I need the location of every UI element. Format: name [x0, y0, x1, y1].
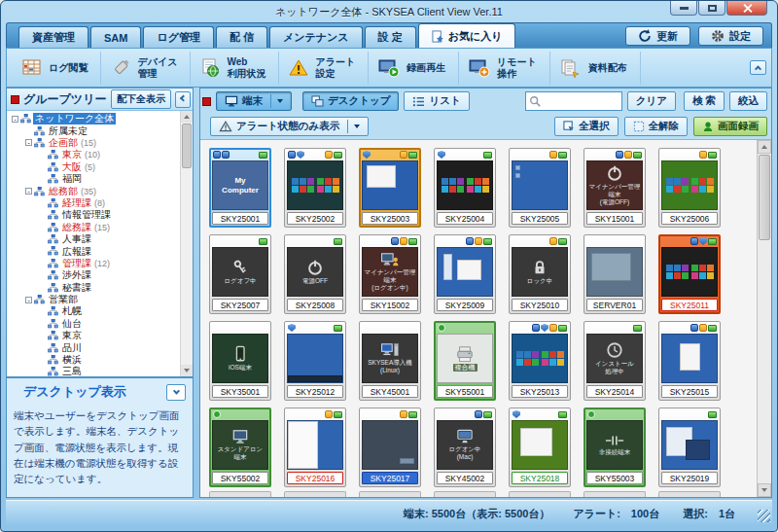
tree-item-pr[interactable]: 広報課: [9, 245, 179, 257]
device-tile-SKY25017[interactable]: SKY25017: [359, 408, 421, 487]
device-tile-SKY25013[interactable]: SKY25013: [509, 321, 571, 401]
device-tile-SKY55002[interactable]: スタンドアロン 端末SKY55002: [209, 408, 271, 487]
sidebar-collapse-button[interactable]: [175, 91, 191, 108]
scroll-thumb[interactable]: [182, 124, 192, 168]
show-all-descendants-button[interactable]: 配下全表示: [111, 89, 171, 109]
device-tile-SKY25010[interactable]: ロック中SKY25010: [509, 234, 571, 314]
toolbar-device-mgmt-button[interactable]: デバイス管理: [101, 52, 191, 85]
device-tile-SKY25004[interactable]: SKY25004: [434, 148, 496, 228]
screen-record-button[interactable]: 画面録画: [693, 117, 767, 136]
toolbar-log-view-button[interactable]: ログ閲覧: [13, 52, 101, 85]
group-icon: [48, 270, 58, 280]
search-button[interactable]: 検 索: [684, 91, 725, 111]
narrow-down-button[interactable]: 絞込: [729, 91, 767, 111]
device-tile-SKY25018[interactable]: SKY25018: [509, 408, 571, 487]
close-button[interactable]: [726, 1, 767, 16]
device-tile-SKY25015[interactable]: SKY25015: [658, 321, 721, 401]
tab-maintenance[interactable]: メンテナンス: [269, 26, 363, 48]
tree-item-network-all[interactable]: -ネットワーク全体: [9, 113, 179, 124]
tree-item-sales[interactable]: -営業部: [9, 294, 179, 305]
tree-item-planning[interactable]: -企画部(15): [9, 137, 179, 149]
tree-item-liaison[interactable]: 渉外課: [9, 269, 179, 281]
scroll-down-icon[interactable]: [758, 483, 771, 497]
clear-button[interactable]: クリア: [627, 91, 676, 111]
tree-item-somu[interactable]: 総務課(15): [9, 222, 179, 233]
list-view-button[interactable]: リスト: [404, 91, 469, 111]
device-tile-SKY25003[interactable]: SKY25003: [359, 148, 421, 228]
tree-item-kanri[interactable]: 管理課(12): [9, 258, 179, 269]
settings-button[interactable]: 設定: [698, 26, 763, 46]
tab-favorites[interactable]: お気に入り: [418, 23, 516, 48]
device-tile-SKY25016[interactable]: SKY25016: [284, 408, 346, 487]
scroll-up-icon[interactable]: [758, 140, 771, 154]
device-tile-SKY15002[interactable]: マイナンバー管理端末 (ログオン中)SKY15002: [359, 234, 421, 314]
expander-icon[interactable]: -: [12, 116, 18, 123]
terminal-dropdown-button[interactable]: 端末: [216, 91, 292, 111]
tree-item-sendai[interactable]: 仙台: [9, 318, 179, 330]
tab-log[interactable]: ログ管理: [143, 26, 214, 48]
scroll-thumb[interactable]: [759, 155, 770, 240]
tree-item-accounting[interactable]: 経理課(8): [9, 197, 179, 209]
device-tile-SKY55003[interactable]: 非接続端末SKY55003: [584, 408, 646, 487]
device-tile-SKY35001[interactable]: iOS端末SKY35001: [209, 321, 271, 401]
device-tile-SKY15001[interactable]: マイナンバー管理端末 (電源OFF)SKY15001: [584, 148, 646, 228]
toolbar-distribute-docs-button[interactable]: 資料配布: [550, 52, 641, 85]
tree-item-hr[interactable]: 人事課: [9, 233, 179, 245]
device-tile-SKY45002[interactable]: ログオン中 (Mac)SKY45002: [434, 408, 496, 487]
select-all-button[interactable]: 全選択: [554, 117, 619, 136]
device-tile-SERVER01[interactable]: SERVER01: [584, 234, 646, 314]
tab-assets[interactable]: 資産管理: [18, 26, 88, 48]
desktop-view-button[interactable]: デスクトップ: [302, 91, 399, 111]
device-tile-SKY25005[interactable]: SKY25005: [509, 148, 571, 228]
tree-item-yokohama[interactable]: 横浜: [9, 354, 179, 366]
tree-item-tokyo2[interactable]: 東京: [9, 330, 179, 341]
device-tile-SKY25007[interactable]: ログオフ中SKY25007: [209, 234, 271, 314]
tree-item-tokyo1[interactable]: 東京(10): [9, 149, 179, 160]
tree-item-info-mgmt[interactable]: 情報管理課: [9, 209, 179, 221]
tab-distribution[interactable]: 配 信: [216, 26, 267, 48]
grid-scrollbar[interactable]: [757, 140, 771, 497]
refresh-button[interactable]: 更新: [625, 26, 690, 46]
device-tile-SKY25014[interactable]: インストール 処理中SKY25014: [584, 321, 646, 401]
device-tile-SKY25011[interactable]: SKY25011: [658, 234, 721, 314]
tree-item-shinagawa[interactable]: 品川: [9, 341, 179, 353]
expander-icon[interactable]: -: [25, 297, 32, 303]
tree-item-fukuoka[interactable]: 福岡: [9, 173, 179, 185]
maximize-button[interactable]: [698, 1, 725, 16]
toolbar-collapse-button[interactable]: [750, 60, 766, 75]
device-tile-SKY25006[interactable]: SKY25006: [658, 148, 721, 228]
expander-icon[interactable]: -: [25, 188, 32, 195]
scroll-up-icon[interactable]: [181, 111, 193, 123]
device-tile-SKY25002[interactable]: SKY25002: [284, 148, 346, 228]
tree-item-sapporo[interactable]: 札幌: [9, 305, 179, 317]
device-tile-SKY25008[interactable]: 電源OFFSKY25008: [284, 234, 346, 314]
resize-grip[interactable]: [758, 510, 770, 522]
tree-scrollbar[interactable]: [180, 111, 193, 376]
tree-item-unassigned[interactable]: 所属未定: [9, 124, 179, 136]
toolbar-remote-control-button[interactable]: リモート操作: [459, 52, 550, 85]
toolbar-alert-settings-button[interactable]: アラート設定: [279, 52, 369, 85]
tab-settings[interactable]: 設 定: [365, 26, 416, 48]
expander-icon[interactable]: -: [25, 139, 32, 146]
minimize-button[interactable]: [670, 1, 697, 16]
scroll-down-icon[interactable]: [181, 365, 193, 376]
desc-panel-toggle-button[interactable]: [166, 384, 186, 401]
group-icon: [48, 259, 58, 268]
device-thumbnail: 複合機: [437, 334, 493, 383]
tree-item-osaka[interactable]: 大阪(5): [9, 161, 179, 173]
device-tile-SKY25012[interactable]: SKY25012: [284, 321, 346, 401]
tree-item-mishima[interactable]: 三島: [9, 366, 179, 376]
toolbar-record-play-button[interactable]: 録画再生: [369, 52, 459, 85]
tree-item-general-affairs[interactable]: -総務部(35): [9, 185, 179, 196]
device-tile-SKY25019[interactable]: SKY25019: [658, 408, 721, 487]
toolbar-web-usage-button[interactable]: Web利用状況: [191, 52, 279, 85]
search-input[interactable]: [544, 95, 619, 108]
device-tile-SKY45001[interactable]: SKYSEA導入機 (Linux)SKY45001: [359, 321, 421, 401]
device-tile-SKY25001[interactable]: My ComputerSKY25001: [209, 148, 271, 228]
tree-item-secretary[interactable]: 秘書課: [9, 281, 179, 293]
device-tile-SKY55001[interactable]: 複合機SKY55001: [434, 321, 496, 401]
deselect-all-button[interactable]: 全解除: [624, 117, 689, 136]
tab-sam[interactable]: SAM: [90, 26, 141, 48]
device-tile-SKY25009[interactable]: SKY25009: [434, 234, 496, 314]
alert-only-dropdown-button[interactable]: アラート状態のみ表示: [210, 117, 369, 136]
